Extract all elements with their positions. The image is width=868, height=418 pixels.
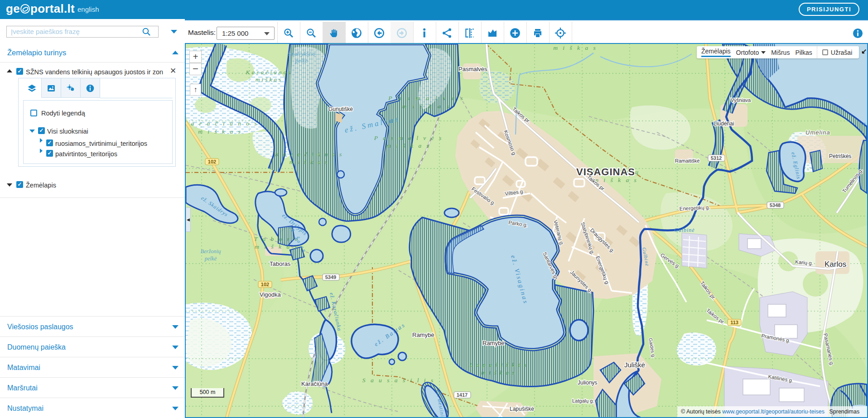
svg-text:miškas: miškas xyxy=(256,76,283,83)
svg-text:Vigodka: Vigodka xyxy=(260,291,281,298)
svg-text:1417: 1417 xyxy=(457,392,468,398)
svg-text:pelkė: pelkė xyxy=(295,58,308,64)
svg-text:P a s m a l v ė s: P a s m a l v ė s xyxy=(374,135,444,141)
svg-text:113: 113 xyxy=(730,320,738,325)
svg-text:Beržonių: Beržonių xyxy=(200,248,221,255)
svg-text:102: 102 xyxy=(261,282,269,287)
svg-text:m i š k a s: m i š k a s xyxy=(553,44,598,51)
svg-text:pelkė: pelkė xyxy=(204,255,217,262)
svg-text:5312: 5312 xyxy=(711,155,722,161)
svg-text:5349: 5349 xyxy=(325,274,336,280)
svg-text:Liudėnai: Liudėnai xyxy=(714,120,734,127)
svg-text:T a b o r o: T a b o r o xyxy=(254,235,299,242)
svg-text:m i š k a s: m i š k a s xyxy=(594,177,638,183)
svg-text:m i š k a s: m i š k a s xyxy=(386,142,431,149)
svg-text:Pasmalvės: Pasmalvės xyxy=(458,66,487,72)
svg-text:Taboras: Taboras xyxy=(270,260,291,267)
svg-text:Ramaitiškė: Ramaitiškė xyxy=(675,158,699,163)
svg-text:Petriškės: Petriškės xyxy=(829,153,851,159)
svg-text:m i š k a s: m i š k a s xyxy=(402,103,452,110)
svg-text:L a p u š i š k ė s: L a p u š i š k ė s xyxy=(469,361,527,368)
svg-text:Juliškė: Juliškė xyxy=(624,361,645,369)
svg-text:Lapušiškė: Lapušiškė xyxy=(510,406,534,412)
svg-text:m i š k a s: m i š k a s xyxy=(198,128,242,135)
svg-text:S a u s a š i l i s: S a u s a š i l i s xyxy=(362,377,435,384)
svg-text:K a r a č i ū n o s: K a r a č i ū n o s xyxy=(186,120,259,127)
svg-text:VISAGINAS: VISAGINAS xyxy=(576,166,635,178)
svg-text:Karlos: Karlos xyxy=(825,260,846,269)
svg-text:Vyšniava: Vyšniava xyxy=(731,97,751,103)
svg-text:P a s m a l v ė s: P a s m a l v ė s xyxy=(388,95,465,101)
svg-text:m i š k a s: m i š k a s xyxy=(289,159,329,165)
svg-text:5348: 5348 xyxy=(770,202,781,208)
svg-text:Julionys: Julionys xyxy=(578,380,597,386)
svg-text:m i š k a s: m i š k a s xyxy=(255,243,299,250)
svg-text:102: 102 xyxy=(208,159,216,164)
svg-text:Karačiūnos: Karačiūnos xyxy=(245,69,292,76)
svg-text:Ramybė: Ramybė xyxy=(482,340,504,346)
svg-text:ež.: ež. xyxy=(863,120,867,127)
svg-text:K a r a č i ū n o s: K a r a č i ū n o s xyxy=(275,151,343,158)
svg-text:Karačiūna: Karačiūna xyxy=(301,380,328,387)
svg-text:Gunutiškė: Gunutiškė xyxy=(328,106,353,112)
svg-text:Umėlina: Umėlina xyxy=(805,129,830,136)
svg-text:Smalvykščio: Smalvykščio xyxy=(287,51,315,57)
svg-text:Ramybė: Ramybė xyxy=(412,332,434,338)
svg-text:Gulbinė: Gulbinė xyxy=(674,227,695,233)
svg-text:m i š k a s: m i š k a s xyxy=(481,369,516,376)
svg-text:Latgalų g.: Latgalų g. xyxy=(572,398,594,404)
